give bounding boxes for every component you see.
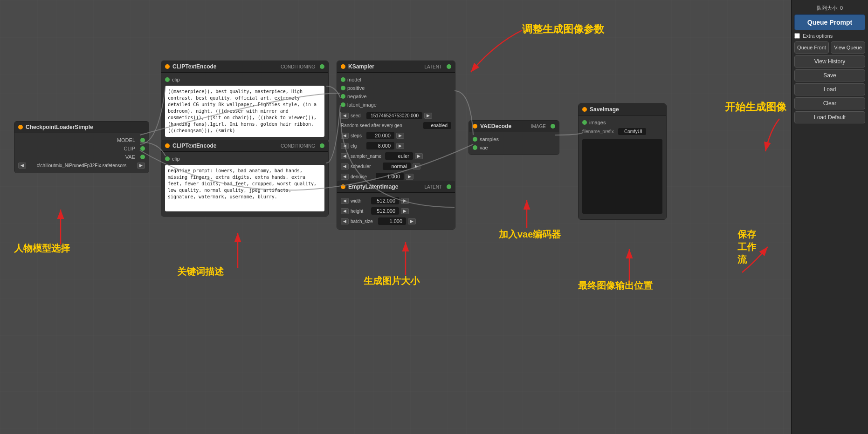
ksampler-header: KSampler LATENT: [337, 61, 455, 73]
el-batch-label: batch_size: [351, 219, 376, 224]
save-button[interactable]: Save: [794, 69, 865, 81]
ks-denoise-prev[interactable]: ◀: [341, 174, 349, 180]
ks-sampler-prev[interactable]: ◀: [341, 153, 349, 159]
el-height-prev[interactable]: ◀: [341, 208, 349, 214]
clip-negative-in-row: clip: [161, 155, 328, 163]
ksampler-body: model positive negative latent_image ◀ s…: [337, 73, 455, 184]
empty-latent-body: ◀ width 512.000 ▶ ◀ height 512.000 ▶ ◀ b…: [337, 193, 455, 229]
ksampler-out-dot: [447, 64, 451, 69]
ks-sampler-next[interactable]: ▶: [415, 153, 423, 159]
clip-positive-in-dot: [165, 77, 170, 82]
ks-steps-value: 20.000: [366, 132, 394, 139]
save-image-title: SaveImage: [590, 106, 619, 113]
el-width-prev[interactable]: ◀: [341, 198, 349, 204]
checkpoint-loader-node: CheckpointLoaderSimple MODEL CLIP VAE ◀ …: [14, 121, 149, 173]
vae-decode-vae-dot: [473, 145, 477, 150]
ks-positive-dot: [341, 86, 345, 90]
save-image-in-label: images: [589, 120, 606, 125]
ks-seed-prev[interactable]: ◀: [341, 113, 349, 119]
ks-cfg-row[interactable]: ◀ cfg 8.000 ▶: [337, 141, 455, 151]
load-button[interactable]: Load: [794, 83, 865, 95]
ks-scheduler-prev[interactable]: ◀: [341, 163, 349, 170]
ks-steps-label: steps: [351, 133, 365, 138]
save-image-preview: [582, 139, 662, 214]
checkpoint-model-label: MODEL: [117, 137, 135, 143]
vae-decode-samples-label: samples: [480, 136, 499, 142]
ks-seed-row[interactable]: ◀ seed 151746524753020.000 ▶: [337, 111, 455, 121]
ks-cfg-prev[interactable]: ◀: [341, 143, 349, 149]
empty-latent-node: EmptyLatentImage LATENT ◀ width 512.000 …: [337, 181, 455, 230]
ks-cfg-value: 8.000: [366, 142, 394, 149]
ks-steps-prev[interactable]: ◀: [341, 133, 349, 139]
clip-positive-text[interactable]: ((masterpiece)), best quality, masterpie…: [165, 86, 324, 137]
vae-decode-node: VAEDecode IMAGE samples vae: [468, 120, 559, 155]
el-height-next[interactable]: ▶: [401, 208, 409, 214]
clip-positive-header: CLIPTextEncode CONDITIONING: [161, 61, 328, 73]
clip-positive-body: clip ((masterpiece)), best quality, mast…: [161, 73, 328, 142]
clip-positive-node: CLIPTextEncode CONDITIONING clip ((maste…: [161, 61, 329, 142]
checkpoint-dot: [18, 125, 23, 129]
checkpoint-vae-row: VAE: [14, 153, 149, 161]
view-history-button[interactable]: View History: [794, 55, 865, 68]
checkpoint-body: MODEL CLIP VAE ◀ c\chilloutmix_NiPrunedF…: [14, 133, 149, 173]
ks-denoise-next[interactable]: ▶: [406, 174, 413, 180]
checkpoint-next-btn[interactable]: ▶: [137, 163, 145, 169]
ks-seed-mode-value: enabled: [423, 122, 451, 129]
view-queue-button[interactable]: View Queue: [831, 41, 865, 54]
ks-steps-next[interactable]: ▶: [396, 133, 404, 139]
load-default-button[interactable]: Load Default: [794, 111, 865, 123]
ks-latent-dot: [341, 102, 345, 107]
el-batch-row[interactable]: ◀ batch_size 1.000 ▶: [337, 216, 455, 226]
ks-steps-row[interactable]: ◀ steps 20.000 ▶: [337, 130, 455, 141]
ks-seed-mode-label: Random seed after every gen: [341, 123, 421, 128]
ks-denoise-value: 1.000: [376, 173, 404, 180]
clear-button[interactable]: Clear: [794, 97, 865, 109]
checkpoint-vae-dot: [140, 155, 145, 159]
el-width-row[interactable]: ◀ width 512.000 ▶: [337, 196, 455, 206]
checkpoint-header: CheckpointLoaderSimple: [14, 122, 149, 133]
ks-sampler-value: euler: [385, 152, 413, 160]
clip-positive-port-out: CONDITIONING: [281, 64, 315, 69]
ks-sampler-label: sampler_name: [351, 154, 383, 159]
clip-negative-in-label: clip: [172, 156, 180, 162]
queue-prompt-button[interactable]: Queue Prompt: [794, 14, 865, 30]
extra-options-checkbox[interactable]: [794, 33, 800, 39]
ks-cfg-label: cfg: [351, 143, 365, 149]
checkpoint-prev-btn[interactable]: ◀: [18, 163, 26, 169]
ksampler-dot: [341, 64, 345, 69]
ks-denoise-row[interactable]: ◀ denoise 1.000 ▶: [337, 171, 455, 182]
checkpoint-clip-dot: [140, 146, 145, 151]
empty-latent-header: EmptyLatentImage LATENT: [337, 181, 455, 193]
save-image-in-dot: [582, 120, 587, 125]
checkpoint-vae-label: VAE: [125, 154, 135, 160]
ks-seed-value: 151746524753020.000: [366, 112, 422, 119]
save-image-prefix-label: filename_prefix: [582, 129, 614, 134]
vae-decode-samples-dot: [473, 137, 477, 142]
checkpoint-model-selector-row[interactable]: ◀ c\chilloutmix_NiPrunedFp32Fix.safetens…: [14, 161, 149, 170]
ks-negative-dot: [341, 94, 345, 99]
queue-front-button[interactable]: Queue Front: [794, 41, 829, 54]
save-image-dot: [582, 107, 587, 112]
save-image-body: images filename_prefix ComfyUI: [579, 115, 666, 219]
ks-scheduler-next[interactable]: ▶: [413, 163, 420, 170]
ksampler-title: KSampler: [348, 63, 374, 70]
empty-latent-title: EmptyLatentImage: [348, 183, 398, 190]
el-width-next[interactable]: ▶: [401, 198, 409, 204]
el-height-row[interactable]: ◀ height 512.000 ▶: [337, 206, 455, 216]
ks-sampler-row[interactable]: ◀ sampler_name euler ▶: [337, 151, 455, 161]
ks-latent-row: latent_image: [337, 101, 455, 109]
empty-latent-dot: [341, 184, 345, 189]
checkpoint-clip-label: CLIP: [124, 146, 135, 151]
ks-cfg-next[interactable]: ▶: [396, 143, 404, 149]
ks-scheduler-row[interactable]: ◀ scheduler normal ▶: [337, 161, 455, 171]
clip-negative-text[interactable]: negative prompt: lowers, bad anatomy, ba…: [165, 165, 324, 211]
save-image-prefix-value[interactable]: ComfyUI: [618, 128, 646, 135]
clip-positive-dot: [165, 64, 170, 69]
el-batch-prev[interactable]: ◀: [341, 218, 349, 224]
el-batch-next[interactable]: ▶: [408, 218, 416, 224]
ks-seed-next[interactable]: ▶: [424, 113, 432, 119]
checkpoint-clip-row: CLIP: [14, 144, 149, 153]
ks-negative-label: negative: [347, 94, 367, 99]
ks-latent-label: latent_image: [347, 102, 377, 108]
checkpoint-title: CheckpointLoaderSimple: [26, 124, 93, 130]
